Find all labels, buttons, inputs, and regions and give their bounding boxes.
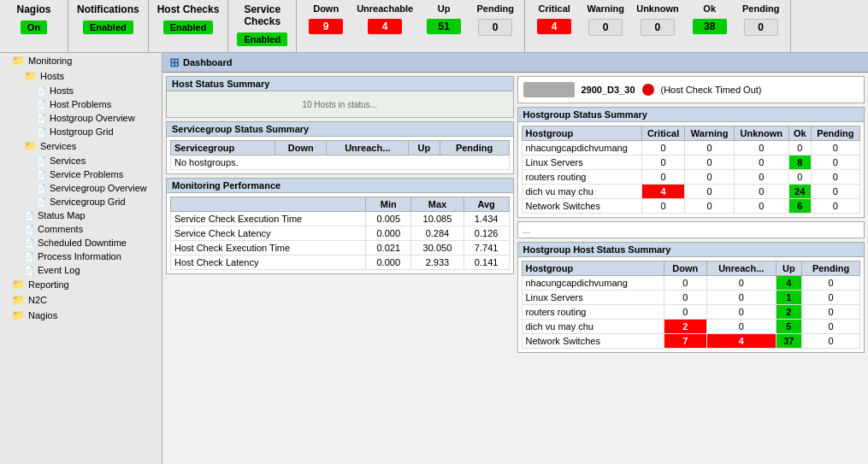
hg2-name-2: routers routing (522, 305, 664, 320)
sidebar-item-services-folder[interactable]: 📁 Services (0, 138, 162, 154)
ok-label: Ok (703, 3, 716, 14)
sidebar-item-event-log[interactable]: 📄 Event Log (0, 263, 162, 277)
nagios-sidebar-label: Nagios (28, 310, 57, 320)
hg-critical-0: 0 (641, 141, 685, 156)
sidebar-item-hostgroup-grid[interactable]: 📄 Hostgroup Grid (0, 125, 162, 138)
host-problems-label: Host Problems (50, 99, 111, 109)
sidebar-item-service-problems[interactable]: 📄 Service Problems (0, 167, 162, 181)
process-info-label: Process Information (38, 251, 121, 261)
service-checks-nav[interactable]: ServiceChecks Enabled (228, 0, 297, 52)
perf-row-min-0: 0.005 (366, 212, 411, 226)
services-label: Services (50, 156, 86, 166)
sidebar-item-process-info[interactable]: 📄 Process Information (0, 250, 162, 263)
stat-svc-pending[interactable]: Pending 0 (735, 2, 787, 50)
device-panel: 2900_D3_30 (Host Check Timed Out) (517, 76, 865, 103)
critical-value: 4 (537, 19, 571, 34)
page-icon-process-info: 📄 (24, 252, 34, 261)
hg-pending-3: 0 (811, 185, 859, 199)
sidebar-item-scheduled-downtime[interactable]: 📄 Scheduled Downtime (0, 236, 162, 250)
sidebar-item-status-map[interactable]: 📄 Status Map (0, 209, 162, 222)
stat-pending[interactable]: Pending 0 (469, 2, 521, 50)
hg2-unreach-2: 0 (706, 305, 776, 320)
hostgroup-panel: Hostgroup Status Summary Hostgroup Criti… (517, 107, 865, 218)
sidebar-item-reporting[interactable]: 📁 Reporting (0, 277, 162, 292)
table-row: dich vu may chu 4 0 0 24 0 (522, 185, 860, 199)
perf-row-label-2: Host Check Execution Time (171, 241, 366, 255)
host-checks-nav[interactable]: Host Checks Enabled (149, 0, 229, 52)
sidebar-item-servicegroup-grid[interactable]: 📄 Servicegroup Grid (0, 195, 162, 209)
sidebar-item-servicegroup-overview[interactable]: 📄 Servicegroup Overview (0, 181, 162, 195)
col-hg-warning: Warning (685, 126, 735, 141)
hg-warning-2: 0 (685, 170, 735, 185)
table-row: No hostgroups. (171, 156, 510, 170)
notifications-status: Enabled (83, 21, 133, 34)
hg2-pending-3: 0 (802, 320, 860, 334)
host-status-panel: Host Status Summary 10 Hosts in status..… (166, 76, 514, 118)
sidebar-item-comments[interactable]: 📄 Comments (0, 222, 162, 236)
event-log-label: Event Log (38, 265, 80, 275)
hg2-up-2: 2 (776, 305, 802, 320)
status-map-label: Status Map (38, 210, 86, 220)
warning-value: 0 (588, 19, 623, 36)
hg2-name-1: Linux Servers (522, 291, 664, 305)
hostgroup2-body: Hostgroup Down Unreach... Up Pending nha… (518, 257, 865, 352)
hg-warning-0: 0 (685, 141, 735, 156)
sidebar-item-hostgroup-overview[interactable]: 📄 Hostgroup Overview (0, 111, 162, 125)
hg-critical-2: 0 (641, 170, 685, 185)
perf-row-min-1: 0.000 (366, 226, 411, 241)
col-hg2-up: Up (776, 261, 802, 276)
hostgroup2-table: Hostgroup Down Unreach... Up Pending nha… (522, 261, 861, 349)
host-status-body: 10 Hosts in status... (167, 91, 513, 117)
hg-warning-4: 0 (685, 199, 735, 214)
col-up: Up (409, 141, 440, 156)
hostgroup-grid-label: Hostgroup Grid (50, 126, 114, 137)
page-icon-scheduled-downtime: 📄 (24, 238, 34, 248)
monitoring-label: Monitoring (28, 56, 72, 66)
notifications-nav[interactable]: Notifications Enabled (68, 0, 149, 52)
host-checks-status: Enabled (163, 21, 214, 34)
page-icon-servicegroup-grid: 📄 (36, 197, 46, 207)
nagios-nav[interactable]: Nagios On (0, 0, 68, 52)
stat-warning[interactable]: Warning 0 (580, 2, 631, 50)
folder-icon-services: 📁 (24, 140, 37, 152)
dashboard-header: ⊞ Dashboard (162, 53, 868, 73)
device-image (523, 82, 575, 97)
critical-label: Critical (539, 3, 570, 14)
perf-title: Monitoring Performance (172, 180, 280, 191)
hg2-name-4: Network Switches (522, 334, 664, 349)
stat-unreachable[interactable]: Unreachable 4 (351, 2, 418, 50)
n2c-label: N2C (28, 295, 47, 305)
stat-ok[interactable]: Ok 38 (684, 2, 735, 50)
unknown-value: 0 (641, 19, 675, 36)
sidebar-item-hosts[interactable]: 📄 Hosts (0, 84, 162, 97)
dashboard-title: Dashboard (183, 57, 232, 68)
servicegroup-table: Servicegroup Down Unreach... Up Pending … (170, 140, 510, 170)
col-hg2-down: Down (664, 261, 706, 276)
sidebar-item-services[interactable]: 📄 Services (0, 154, 162, 167)
hosts-folder-label: Hosts (40, 71, 64, 81)
col-unreach: Unreach... (327, 141, 409, 156)
sidebar-item-n2c[interactable]: 📁 N2C (0, 292, 162, 308)
table-row: nhacungcapdichvumang 0 0 0 0 0 (522, 141, 860, 156)
hg2-down-3: 2 (664, 320, 706, 334)
col-max: Max (411, 197, 464, 212)
host-status-placeholder: 10 Hosts in status... (302, 100, 377, 109)
sidebar-item-monitoring[interactable]: 📁 Monitoring (0, 53, 162, 68)
table-row: Service Check Execution Time 0.005 10.08… (171, 212, 510, 226)
stat-up[interactable]: Up 51 (418, 2, 469, 50)
sidebar-item-nagios[interactable]: 📁 Nagios (0, 308, 162, 323)
hg-name-3: dich vu may chu (522, 185, 641, 199)
service-checks-label: ServiceChecks (244, 3, 280, 27)
stat-unknown[interactable]: Unknown 0 (631, 2, 684, 50)
down-value: 9 (309, 19, 343, 34)
servicegroup-panel: Servicegroup Status Summary Servicegroup… (166, 121, 514, 174)
perf-row-label-3: Host Check Latency (171, 255, 366, 270)
stat-critical[interactable]: Critical 4 (528, 2, 580, 50)
table-row: Network Switches 7 4 37 0 (522, 334, 860, 349)
stat-down[interactable]: Down 9 (300, 2, 351, 50)
sidebar-item-host-problems[interactable]: 📄 Host Problems (0, 97, 162, 111)
status-red-circle (642, 84, 654, 96)
sidebar-item-hosts-folder[interactable]: 📁 Hosts (0, 68, 162, 84)
folder-icon-hosts: 📁 (24, 70, 37, 82)
col-hg-name: Hostgroup (522, 126, 641, 141)
